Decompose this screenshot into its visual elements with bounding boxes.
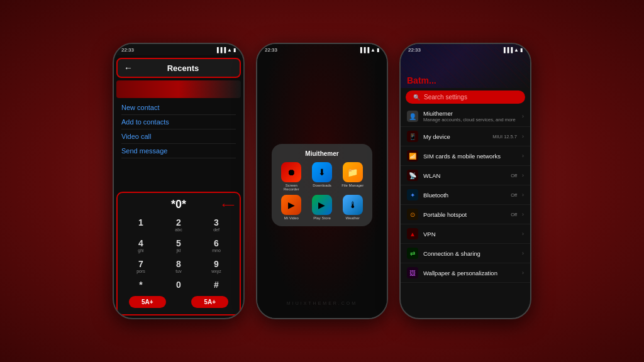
chevron-icon-6: › [522,211,524,217]
app-file-manager[interactable]: 📁 File Manager [339,162,366,191]
wlan-icon: 📡 [407,170,418,181]
menu-add-contacts[interactable]: Add to contacts [121,115,236,129]
key-2[interactable]: 2abc [160,215,197,234]
screen-recorder-icon: ⏺ [281,162,301,182]
phones-container: 22:33 ▐▐▐ ▲ ▮ ← Recents New contact Add … [113,43,531,319]
back-button[interactable]: ← [124,63,133,73]
phone-1-status-icons: ▐▐▐ ▲ ▮ [215,47,236,53]
settings-item-hotspot[interactable]: ⊙ Portable hotspot Off › [401,205,530,224]
hotspot-content: Portable hotspot [423,211,506,218]
settings-item-wlan[interactable]: 📡 WLAN Off › [401,166,530,185]
vpn-title: VPN [423,231,517,238]
miuithemer-title: Miuithemer [423,110,517,117]
phone-1: 22:33 ▐▐▐ ▲ ▮ ← Recents New contact Add … [113,43,245,319]
app-mi-video[interactable]: ▶ Mi Video [278,195,305,220]
settings-item-sim[interactable]: 📶 SIM cards & mobile networks › [401,146,530,166]
settings-item-vpn[interactable]: ▲ VPN › [401,224,530,244]
hero-brand-text: Batm... [407,75,436,85]
my-device-title: My device [423,133,487,140]
hotspot-badge: Off [511,212,517,217]
menu-send-message[interactable]: Send message [121,144,236,158]
chevron-icon-3: › [522,153,524,159]
weather-label: Weather [345,216,360,220]
phone-3-status-icons: ▐▐▐ ▲ ▮ [502,47,523,53]
app-play-store[interactable]: ▶ Play Store [309,195,336,220]
miuithemer-subtitle: Manage accounts, cloud services, and mor… [423,117,517,123]
app-weather[interactable]: 🌡 Weather [339,195,366,220]
chevron-icon-2: › [522,133,524,140]
wallpaper-content: Wallpaper & personalization [423,270,517,277]
dialer-display: *0* [171,198,186,211]
phone-3: Batm... 22:33 ▐▐▐ ▲ ▮ 🔍 Search settings [399,43,531,319]
call-btn-right[interactable]: 5A+ [191,296,228,308]
menu-video-call[interactable]: Video call [121,129,236,144]
app-downloads[interactable]: ⬇ Downloads [309,162,336,191]
key-9[interactable]: 9wxyz [198,256,235,276]
miuithemer-icon: 👤 [407,111,418,122]
folder-title: Miuithemer [278,150,366,157]
key-7[interactable]: 7pors [123,256,159,276]
settings-item-my-device[interactable]: 📱 My device MIUI 12.5.7 › [401,127,530,146]
chevron-icon: › [522,113,524,119]
settings-item-wallpaper[interactable]: 🖼 Wallpaper & personalization › [401,263,530,283]
contact-menu: New contact Add to contacts Video call S… [114,98,243,189]
key-5[interactable]: 5jkl [160,236,197,255]
mi-video-icon: ▶ [281,195,301,215]
bluetooth-icon: ✦ [407,189,418,200]
wallpaper-title: Wallpaper & personalization [423,270,517,277]
app-screen-recorder[interactable]: ⏺ Screen Recorder [278,162,305,191]
vpn-icon: ▲ [407,228,418,239]
phone-3-status-bar: 22:33 ▐▐▐ ▲ ▮ [401,44,530,55]
phone-2-time: 22:33 [265,47,277,53]
key-1[interactable]: 1 [123,215,159,234]
chevron-icon-4: › [522,172,524,178]
key-hash[interactable]: # [198,277,235,292]
header-title: Recents [133,63,233,73]
settings-item-miuithemer[interactable]: 👤 Miuithemer Manage accounts, cloud serv… [401,106,530,127]
play-store-icon: ▶ [312,195,332,215]
folder-apps-grid: ⏺ Screen Recorder ⬇ Downloads 📁 File Man… [278,162,366,220]
key-0[interactable]: 0 [160,277,197,292]
dialer-keypad: 1 2abc 3def 4ghi 5jkl 6mno 7pors 8tuv 9w… [123,215,235,292]
signal-icon-2: ▐▐▐ [358,47,369,53]
connection-icon: ⇄ [407,248,418,259]
wlan-content: WLAN [423,172,506,179]
key-4[interactable]: 4ghi [123,236,159,255]
dialer-delete-button[interactable]: ⟵ [222,200,235,210]
downloads-label: Downloads [313,184,331,187]
connection-content: Connection & sharing [423,250,517,257]
bluetooth-content: Bluetooth [423,192,506,199]
weather-icon: 🌡 [343,195,363,215]
chevron-icon-7: › [522,231,524,237]
vpn-content: VPN [423,231,517,238]
key-star[interactable]: * [123,277,159,292]
wifi-icon-2: ▲ [370,47,375,53]
chevron-icon-5: › [522,192,524,198]
key-6[interactable]: 6mno [198,236,235,255]
hotspot-icon: ⊙ [407,209,418,220]
call-btn-left[interactable]: 5A+ [129,296,166,308]
phone-2-screen: 22:33 ▐▐▐ ▲ ▮ Miuithemer ⏺ Screen Record… [257,44,387,318]
settings-search-bar[interactable]: 🔍 Search settings [406,90,525,104]
wlan-title: WLAN [423,172,506,179]
my-device-icon: 📱 [407,131,418,142]
menu-new-contact[interactable]: New contact [121,101,236,115]
file-manager-icon: 📁 [343,162,363,182]
phone-3-screen: Batm... 22:33 ▐▐▐ ▲ ▮ 🔍 Search settings [401,44,530,318]
settings-item-connection[interactable]: ⇄ Connection & sharing › [401,244,530,263]
settings-item-bluetooth[interactable]: ✦ Bluetooth Off › [401,185,530,205]
connection-title: Connection & sharing [423,250,517,257]
signal-icon: ▐▐▐ [215,47,226,53]
wifi-icon: ▲ [227,47,232,53]
phone-1-screen: 22:33 ▐▐▐ ▲ ▮ ← Recents New contact Add … [114,44,243,318]
sim-title: SIM cards & mobile networks [423,153,517,160]
key-8[interactable]: 8tuv [160,256,197,276]
watermark: MIUIXTHEMER.COM [287,301,357,305]
key-3[interactable]: 3def [198,215,235,234]
app-folder: Miuithemer ⏺ Screen Recorder ⬇ Downloads… [272,144,372,226]
bluetooth-badge: Off [511,192,517,198]
wlan-badge: Off [511,173,517,178]
screen-recorder-label: Screen Recorder [278,184,305,191]
phone-1-time: 22:33 [121,47,134,53]
phone-3-time: 22:33 [408,47,421,53]
